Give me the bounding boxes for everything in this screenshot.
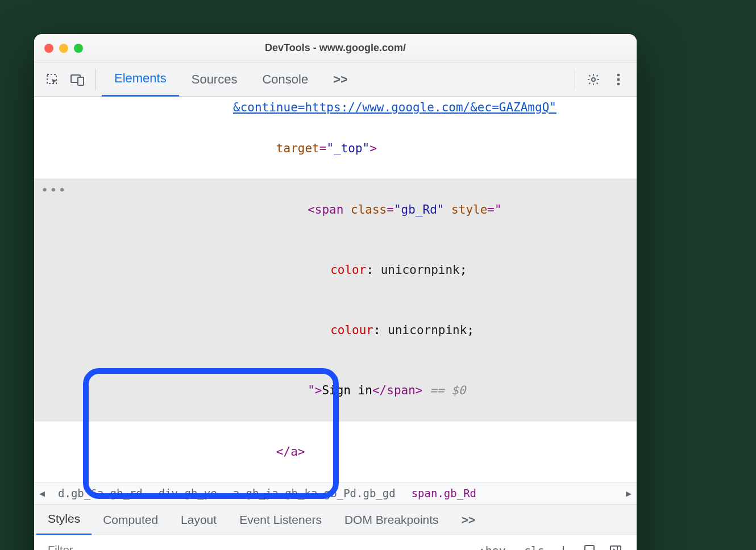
subtab-event-listeners[interactable]: Event Listeners [228,505,333,535]
tab-elements[interactable]: Elements [102,63,179,97]
span-open-line: <span class="gb_Rd" style=" [34,180,637,240]
attr-name: target [276,141,319,155]
tab-console[interactable]: Console [250,63,321,97]
window-title: DevTools - www.google.com/ [34,42,637,54]
dom-tree-panel[interactable]: &continue=https://www.google.com/&ec=GAZ… [34,97,637,482]
toolbar-divider [575,69,575,90]
device-toolbar-icon[interactable] [69,72,85,88]
css-value: unicornpink [388,323,467,337]
span-close-line: ">Sign in</span> == $0 [34,360,637,420]
main-toolbar: Elements Sources Console >> [34,63,637,97]
tabs-overflow-button[interactable]: >> [321,63,360,97]
svg-rect-2 [78,77,84,85]
subtab-computed[interactable]: Computed [92,505,169,535]
attr-name: class [351,203,387,216]
css-property: color [330,263,366,277]
subtabs-overflow-button[interactable]: >> [450,505,487,535]
breadcrumb-item-active[interactable]: span.gb_Rd [404,487,484,499]
svg-point-4 [617,73,620,76]
breadcrumb-scroll-left[interactable]: ◀ [34,488,50,499]
subtab-dom-breakpoints[interactable]: DOM Breakpoints [333,505,450,535]
dom-target-attr-line[interactable]: target="_top"> [34,118,637,178]
inline-style-line-1: color: unicornpink; [34,240,637,300]
text-node: Sign in [322,384,372,397]
dom-breadcrumb: ◀ d.gb_6a.gb_rd div.gb_ye a.gb_ja.gb_ka.… [34,482,637,505]
hov-toggle-button[interactable]: :hov [479,544,506,551]
expand-dots-icon[interactable]: ••• [41,183,67,197]
subtab-styles[interactable]: Styles [36,505,92,535]
dom-url-fragment[interactable]: &continue=https://www.google.com/&ec=GAZ… [34,97,637,118]
toggle-sidebar-icon[interactable] [608,543,623,551]
gear-icon[interactable] [585,72,601,88]
svg-point-6 [617,82,620,85]
css-property: colour [330,323,373,337]
window-titlebar: DevTools - www.google.com/ [34,34,637,63]
kebab-menu-icon[interactable] [610,72,626,88]
cls-toggle-button[interactable]: .cls [517,544,545,551]
computed-styles-icon[interactable] [582,543,597,551]
tag-name: a [290,445,298,459]
inline-style-line-2: colour: unicornpink; [34,300,637,360]
breadcrumb-item[interactable]: d.gb_6a.gb_rd [50,487,151,499]
css-value: unicornpink [381,263,460,277]
attr-value: "gb_Rd" [394,203,445,216]
svg-point-3 [592,78,595,81]
breadcrumb-item[interactable]: div.gb_ye [151,487,225,499]
breadcrumb-item[interactable]: a.gb_ja.gb_ka.gb_Pd.gb_gd [225,487,404,499]
svg-rect-8 [610,546,621,551]
a-close-line[interactable]: </a> [34,422,637,482]
selected-node[interactable]: ••• <span class="gb_Rd" style=" color: u… [34,178,637,422]
console-ref: == $0 [430,384,466,397]
devtools-window: DevTools - www.google.com/ Elements Sour… [34,34,637,550]
subtab-layout[interactable]: Layout [169,505,228,535]
styles-toolbar: :hov .cls [34,535,637,550]
inspect-element-icon[interactable] [44,72,60,88]
tag-name: span [315,203,344,216]
tag-name: span [387,384,416,397]
attr-name: style [451,203,487,216]
tab-sources[interactable]: Sources [179,63,250,97]
toolbar-divider [95,69,96,90]
svg-point-5 [617,78,620,81]
styles-filter-input[interactable] [48,544,473,550]
attr-value: "_top" [326,141,369,155]
new-style-rule-icon[interactable] [556,543,571,551]
breadcrumb-scroll-right[interactable]: ▶ [621,488,637,499]
styles-pane-tabs: Styles Computed Layout Event Listeners D… [34,505,637,535]
svg-rect-7 [585,545,594,551]
